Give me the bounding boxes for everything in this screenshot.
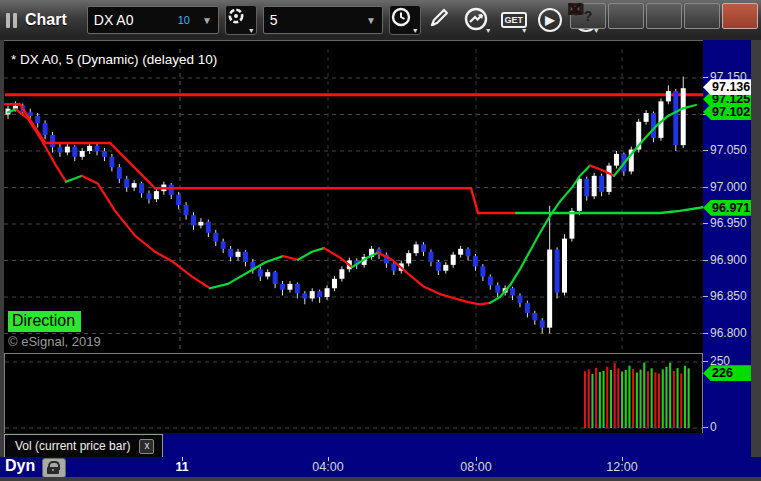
chevron-down-icon: ▼ (485, 27, 492, 34)
candle-body (243, 252, 248, 262)
volume-bar (591, 374, 593, 428)
volume-bar (599, 372, 601, 428)
pencil-icon (427, 6, 451, 30)
axis-tick-mark (703, 150, 708, 151)
title-bar[interactable]: Chart DX A0 10 ▼ ▼ 5 ▼ (0, 0, 761, 40)
axis-tick-label: 96.800 (710, 326, 747, 340)
close-tab-icon[interactable]: x (139, 439, 154, 454)
volume-bar (665, 367, 667, 428)
candle-body (221, 242, 226, 249)
volume-bar (669, 363, 671, 428)
candle-body (95, 146, 100, 151)
price-badge: 97.136 (703, 79, 751, 95)
candle-body (80, 151, 85, 157)
candle-body (154, 191, 159, 199)
esignal-watermark: © eSignal, 2019 (8, 334, 101, 349)
candle-body (295, 284, 300, 293)
volume-bar (595, 368, 597, 428)
volume-bar (610, 370, 612, 428)
dynamic-mode-label: Dyn (5, 457, 35, 475)
chevron-down-icon: ▼ (248, 27, 255, 34)
get-data-button[interactable]: GET ▼ (499, 6, 529, 34)
chart-window: Chart DX A0 10 ▼ ▼ 5 ▼ (0, 0, 761, 481)
symbol-dropdown[interactable]: DX A0 10 ▼ (87, 6, 219, 34)
candle-body (644, 113, 649, 122)
volume-bar (688, 368, 690, 428)
play-icon: ▶ (538, 8, 562, 32)
window-bottom-border (0, 477, 761, 481)
candle-body (325, 288, 330, 297)
play-button[interactable]: ▶ (535, 6, 565, 34)
price-badge: 96.971 (703, 200, 751, 216)
line-tools-button[interactable]: ▼ (463, 6, 493, 34)
candle-body (480, 266, 485, 276)
candle-body (488, 277, 493, 286)
candlestick-chart[interactable] (4, 41, 703, 353)
clock-icon (390, 6, 412, 28)
symbol-value: DX A0 (94, 12, 134, 28)
gear-button[interactable]: ▼ (225, 5, 257, 35)
candle-body (72, 147, 77, 157)
candle-body (236, 252, 241, 257)
candle-body (317, 291, 322, 297)
candle-body (87, 146, 92, 151)
interval-dropdown[interactable]: 5 ▼ (263, 6, 383, 34)
interval-value: 5 (270, 12, 278, 28)
price-badge: 226 (703, 365, 751, 381)
candle-body (339, 269, 344, 278)
price-chart-area[interactable]: * DX A0, 5 (Dynamic) (delayed 10) Direct… (4, 40, 703, 353)
volume-bar (654, 372, 656, 428)
candle-body (495, 285, 500, 292)
candle-body (599, 176, 604, 192)
volume-bar (603, 371, 605, 428)
time-axis[interactable]: Dyn 1104:0008:0012:00 (0, 457, 761, 477)
volume-bar (647, 371, 649, 428)
volume-bar (677, 368, 679, 428)
candle-body (102, 151, 107, 157)
volume-bar (636, 373, 638, 428)
time-axis-label: 12:00 (606, 460, 637, 474)
volume-chart-area[interactable] (4, 353, 703, 434)
time-template-button[interactable]: ▼ (389, 5, 421, 35)
volume-bar (680, 373, 682, 428)
get-icon: GET (501, 12, 528, 28)
minimize-button[interactable] (646, 3, 682, 29)
green-indicator-line (298, 248, 324, 260)
candle-body (280, 284, 285, 290)
axis-tick-mark (703, 427, 708, 428)
candle-body (273, 272, 278, 284)
candle-body (451, 255, 456, 265)
candle-body (65, 147, 70, 153)
candle-body (414, 244, 419, 253)
direction-indicator-label: Direction (8, 311, 81, 332)
axis-tick-mark (703, 77, 708, 78)
candle-body (124, 179, 129, 188)
candle-body (673, 91, 678, 145)
time-axis-label: 04:00 (312, 460, 343, 474)
candle-body (310, 291, 315, 298)
axis-tick-label: 0 (710, 420, 717, 434)
chart-window-icon (6, 13, 17, 28)
close-icon (568, 3, 582, 15)
window-right-border (751, 40, 761, 477)
close-button[interactable] (722, 3, 758, 29)
axis-tick-label: 96.950 (710, 216, 747, 230)
candle-body (139, 183, 144, 193)
volume-indicator-tab[interactable]: Vol (current price bar) x (4, 434, 163, 457)
candle-body (43, 123, 48, 135)
volume-bar (673, 371, 675, 428)
draw-button[interactable] (427, 6, 457, 34)
dock-button[interactable] (608, 3, 644, 29)
axis-tick-mark (703, 296, 708, 297)
volume-bar (606, 367, 608, 428)
candle-body (607, 166, 612, 192)
candle-body (332, 279, 337, 288)
candle-body (562, 239, 567, 293)
candle-body (206, 222, 211, 233)
candle-body (13, 106, 18, 109)
price-axis[interactable]: 97.15097.10097.05097.00096.95096.90096.8… (703, 40, 751, 457)
candle-body (584, 179, 589, 197)
maximize-button[interactable] (684, 3, 720, 29)
lock-button[interactable] (42, 458, 66, 478)
candle-body (525, 303, 530, 313)
